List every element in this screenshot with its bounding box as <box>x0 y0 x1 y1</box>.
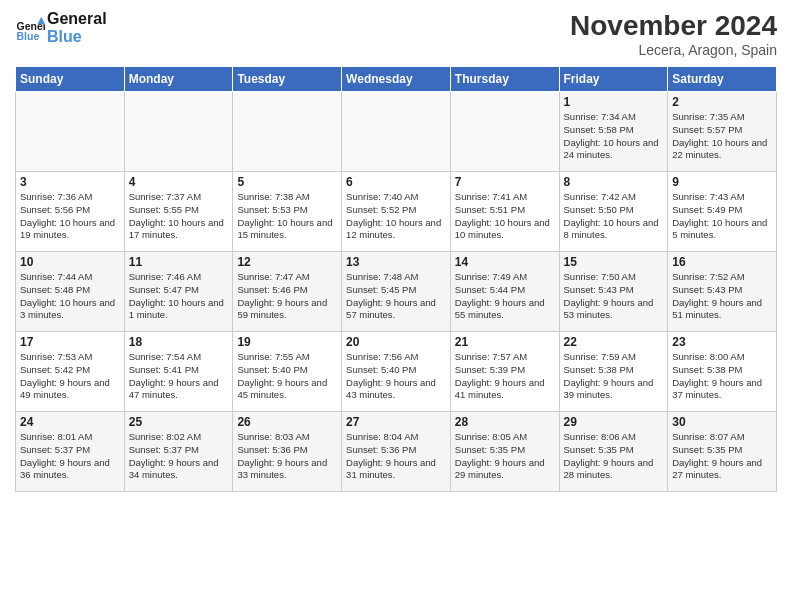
calendar-cell: 2Sunrise: 7:35 AM Sunset: 5:57 PM Daylig… <box>668 92 777 172</box>
day-detail: Sunrise: 7:36 AM Sunset: 5:56 PM Dayligh… <box>20 191 120 242</box>
weekday-header-thursday: Thursday <box>450 67 559 92</box>
day-number: 17 <box>20 335 120 349</box>
day-number: 9 <box>672 175 772 189</box>
location: Lecera, Aragon, Spain <box>570 42 777 58</box>
page-container: General Blue General Blue November 2024 … <box>0 0 792 502</box>
day-number: 19 <box>237 335 337 349</box>
day-number: 24 <box>20 415 120 429</box>
calendar-cell: 7Sunrise: 7:41 AM Sunset: 5:51 PM Daylig… <box>450 172 559 252</box>
weekday-header-sunday: Sunday <box>16 67 125 92</box>
calendar-cell: 18Sunrise: 7:54 AM Sunset: 5:41 PM Dayli… <box>124 332 233 412</box>
calendar-cell: 20Sunrise: 7:56 AM Sunset: 5:40 PM Dayli… <box>342 332 451 412</box>
day-number: 12 <box>237 255 337 269</box>
day-number: 11 <box>129 255 229 269</box>
calendar-cell: 14Sunrise: 7:49 AM Sunset: 5:44 PM Dayli… <box>450 252 559 332</box>
logo-icon: General Blue <box>15 13 45 43</box>
calendar-cell: 1Sunrise: 7:34 AM Sunset: 5:58 PM Daylig… <box>559 92 668 172</box>
calendar-cell: 6Sunrise: 7:40 AM Sunset: 5:52 PM Daylig… <box>342 172 451 252</box>
calendar-cell: 16Sunrise: 7:52 AM Sunset: 5:43 PM Dayli… <box>668 252 777 332</box>
day-number: 1 <box>564 95 664 109</box>
week-row-4: 17Sunrise: 7:53 AM Sunset: 5:42 PM Dayli… <box>16 332 777 412</box>
calendar-cell: 23Sunrise: 8:00 AM Sunset: 5:38 PM Dayli… <box>668 332 777 412</box>
day-number: 16 <box>672 255 772 269</box>
header: General Blue General Blue November 2024 … <box>15 10 777 58</box>
day-number: 23 <box>672 335 772 349</box>
day-number: 26 <box>237 415 337 429</box>
calendar-cell: 3Sunrise: 7:36 AM Sunset: 5:56 PM Daylig… <box>16 172 125 252</box>
calendar-cell: 12Sunrise: 7:47 AM Sunset: 5:46 PM Dayli… <box>233 252 342 332</box>
logo: General Blue General Blue <box>15 10 107 45</box>
day-detail: Sunrise: 8:03 AM Sunset: 5:36 PM Dayligh… <box>237 431 337 482</box>
day-detail: Sunrise: 7:52 AM Sunset: 5:43 PM Dayligh… <box>672 271 772 322</box>
day-number: 5 <box>237 175 337 189</box>
calendar-cell: 26Sunrise: 8:03 AM Sunset: 5:36 PM Dayli… <box>233 412 342 492</box>
day-detail: Sunrise: 8:01 AM Sunset: 5:37 PM Dayligh… <box>20 431 120 482</box>
day-number: 27 <box>346 415 446 429</box>
calendar-cell <box>16 92 125 172</box>
day-detail: Sunrise: 7:53 AM Sunset: 5:42 PM Dayligh… <box>20 351 120 402</box>
logo-text: General Blue <box>47 10 107 45</box>
day-detail: Sunrise: 8:00 AM Sunset: 5:38 PM Dayligh… <box>672 351 772 402</box>
week-row-5: 24Sunrise: 8:01 AM Sunset: 5:37 PM Dayli… <box>16 412 777 492</box>
calendar-cell: 29Sunrise: 8:06 AM Sunset: 5:35 PM Dayli… <box>559 412 668 492</box>
weekday-header-monday: Monday <box>124 67 233 92</box>
day-detail: Sunrise: 8:02 AM Sunset: 5:37 PM Dayligh… <box>129 431 229 482</box>
day-number: 29 <box>564 415 664 429</box>
week-row-2: 3Sunrise: 7:36 AM Sunset: 5:56 PM Daylig… <box>16 172 777 252</box>
day-number: 13 <box>346 255 446 269</box>
weekday-header-friday: Friday <box>559 67 668 92</box>
day-number: 14 <box>455 255 555 269</box>
calendar-table: SundayMondayTuesdayWednesdayThursdayFrid… <box>15 66 777 492</box>
day-detail: Sunrise: 7:54 AM Sunset: 5:41 PM Dayligh… <box>129 351 229 402</box>
day-number: 25 <box>129 415 229 429</box>
day-detail: Sunrise: 7:34 AM Sunset: 5:58 PM Dayligh… <box>564 111 664 162</box>
day-detail: Sunrise: 7:38 AM Sunset: 5:53 PM Dayligh… <box>237 191 337 242</box>
calendar-cell: 13Sunrise: 7:48 AM Sunset: 5:45 PM Dayli… <box>342 252 451 332</box>
day-number: 3 <box>20 175 120 189</box>
weekday-header-saturday: Saturday <box>668 67 777 92</box>
calendar-cell: 30Sunrise: 8:07 AM Sunset: 5:35 PM Dayli… <box>668 412 777 492</box>
calendar-cell: 8Sunrise: 7:42 AM Sunset: 5:50 PM Daylig… <box>559 172 668 252</box>
day-detail: Sunrise: 7:47 AM Sunset: 5:46 PM Dayligh… <box>237 271 337 322</box>
calendar-cell: 10Sunrise: 7:44 AM Sunset: 5:48 PM Dayli… <box>16 252 125 332</box>
calendar-cell: 15Sunrise: 7:50 AM Sunset: 5:43 PM Dayli… <box>559 252 668 332</box>
day-number: 6 <box>346 175 446 189</box>
calendar-cell <box>233 92 342 172</box>
title-block: November 2024 Lecera, Aragon, Spain <box>570 10 777 58</box>
day-number: 20 <box>346 335 446 349</box>
day-detail: Sunrise: 7:35 AM Sunset: 5:57 PM Dayligh… <box>672 111 772 162</box>
weekday-header-tuesday: Tuesday <box>233 67 342 92</box>
day-number: 21 <box>455 335 555 349</box>
calendar-cell <box>342 92 451 172</box>
calendar-cell: 17Sunrise: 7:53 AM Sunset: 5:42 PM Dayli… <box>16 332 125 412</box>
week-row-1: 1Sunrise: 7:34 AM Sunset: 5:58 PM Daylig… <box>16 92 777 172</box>
logo-general: General <box>47 10 107 28</box>
weekday-header-wednesday: Wednesday <box>342 67 451 92</box>
day-detail: Sunrise: 7:37 AM Sunset: 5:55 PM Dayligh… <box>129 191 229 242</box>
day-detail: Sunrise: 7:59 AM Sunset: 5:38 PM Dayligh… <box>564 351 664 402</box>
calendar-cell: 21Sunrise: 7:57 AM Sunset: 5:39 PM Dayli… <box>450 332 559 412</box>
svg-text:Blue: Blue <box>17 30 40 42</box>
calendar-cell: 9Sunrise: 7:43 AM Sunset: 5:49 PM Daylig… <box>668 172 777 252</box>
day-detail: Sunrise: 8:04 AM Sunset: 5:36 PM Dayligh… <box>346 431 446 482</box>
day-detail: Sunrise: 7:46 AM Sunset: 5:47 PM Dayligh… <box>129 271 229 322</box>
day-number: 28 <box>455 415 555 429</box>
weekday-header-row: SundayMondayTuesdayWednesdayThursdayFrid… <box>16 67 777 92</box>
day-number: 8 <box>564 175 664 189</box>
calendar-cell: 11Sunrise: 7:46 AM Sunset: 5:47 PM Dayli… <box>124 252 233 332</box>
logo-blue: Blue <box>47 28 107 46</box>
calendar-cell: 5Sunrise: 7:38 AM Sunset: 5:53 PM Daylig… <box>233 172 342 252</box>
day-detail: Sunrise: 8:07 AM Sunset: 5:35 PM Dayligh… <box>672 431 772 482</box>
calendar-cell: 4Sunrise: 7:37 AM Sunset: 5:55 PM Daylig… <box>124 172 233 252</box>
day-detail: Sunrise: 7:42 AM Sunset: 5:50 PM Dayligh… <box>564 191 664 242</box>
day-detail: Sunrise: 7:50 AM Sunset: 5:43 PM Dayligh… <box>564 271 664 322</box>
day-detail: Sunrise: 7:56 AM Sunset: 5:40 PM Dayligh… <box>346 351 446 402</box>
day-detail: Sunrise: 7:43 AM Sunset: 5:49 PM Dayligh… <box>672 191 772 242</box>
calendar-cell: 27Sunrise: 8:04 AM Sunset: 5:36 PM Dayli… <box>342 412 451 492</box>
day-detail: Sunrise: 7:44 AM Sunset: 5:48 PM Dayligh… <box>20 271 120 322</box>
day-detail: Sunrise: 7:41 AM Sunset: 5:51 PM Dayligh… <box>455 191 555 242</box>
week-row-3: 10Sunrise: 7:44 AM Sunset: 5:48 PM Dayli… <box>16 252 777 332</box>
day-number: 30 <box>672 415 772 429</box>
day-number: 15 <box>564 255 664 269</box>
day-detail: Sunrise: 8:06 AM Sunset: 5:35 PM Dayligh… <box>564 431 664 482</box>
